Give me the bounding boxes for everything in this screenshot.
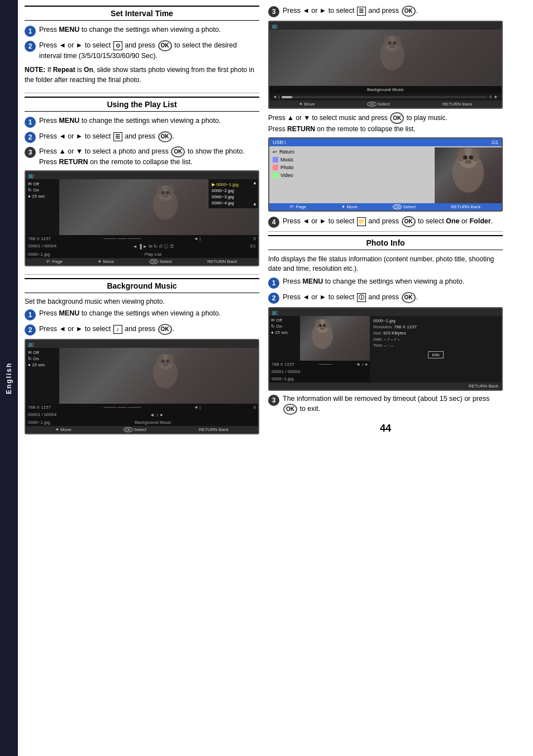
browser-preview xyxy=(435,147,502,203)
screen-photo-info: 📺 ✉ Off ↻ On ● 15 sec xyxy=(268,307,503,391)
bgm-step3-desc: Press ▲ or ▼ to select music and press O… xyxy=(268,112,503,134)
icon-ok-r3b: OK xyxy=(390,112,404,124)
bgm-progress-val: ◄ | xyxy=(194,405,201,410)
step-r4-num: 4 xyxy=(268,217,279,228)
info-on: ↻ On xyxy=(271,324,298,329)
r1-back: RETURN Back xyxy=(442,102,472,107)
set-interval-time-title: Set Interval Time xyxy=(25,6,259,21)
icon-folder: 📁 xyxy=(357,217,366,226)
info-progress-dots: ──── xyxy=(319,362,332,367)
status-off: ✉ Off xyxy=(28,181,57,186)
info-time-label: Time: xyxy=(373,343,384,347)
svg-point-17 xyxy=(394,35,401,46)
sidebar-label: English xyxy=(5,362,13,394)
screen-playlist-body: ✉ Off ↻ On ● 15 sec xyxy=(26,179,258,235)
svg-point-16 xyxy=(383,35,390,46)
photo-label: Photo xyxy=(280,165,294,170)
step-bgm-2: 2 Press ◄ or ► to select ♪ and press OK. xyxy=(25,324,259,336)
page-number: 44 xyxy=(268,423,503,434)
bgm-file-count: 00001 / 00004 xyxy=(28,412,56,418)
svg-point-4 xyxy=(161,191,165,194)
playlist-item-1: ▶ 0000~1.jpg xyxy=(212,181,255,188)
svg-point-9 xyxy=(156,353,163,365)
bgm-on: ↻ On xyxy=(28,356,57,361)
screen-playlist-bottombar: P: Page ✦ Move OK Select RETURN Back xyxy=(26,258,258,265)
playlist-item-4: 0000~4.jpg xyxy=(212,200,255,206)
screen-bgm-filename: 0000~1.jpg Background Music xyxy=(26,419,258,426)
photo-info-intro: Info displays the file status informatio… xyxy=(268,255,503,274)
info-time-row: Time: -- : -- xyxy=(373,343,498,348)
step-pl-num-1: 1 xyxy=(25,117,36,128)
bgm-off: ✉ Off xyxy=(28,350,57,355)
tv-logo-pi: 📺 xyxy=(272,309,278,315)
step-right-4: 4 Press ◄ or ► to select 📁 and press OK … xyxy=(268,216,503,228)
info-label-text: Info xyxy=(428,351,443,358)
svg-point-27 xyxy=(465,160,472,164)
info-date-label: Date: xyxy=(373,337,384,341)
step-r3-text: Press ◄ or ► to select ☰ and press OK. xyxy=(283,6,503,17)
screen-bgm-status: 788 X 1157 ──── ─── ──── ◄ | 0 xyxy=(26,404,258,411)
screen-pi-topbar: 📺 xyxy=(269,308,502,316)
bg-music-title: Background Music xyxy=(25,278,259,293)
info-ctrl: ◄ ♪ ● xyxy=(356,362,368,367)
progress-val: ◄ | xyxy=(194,236,201,241)
bgm-overlay-title: Background Music xyxy=(269,85,502,93)
bgm-file-info: 788 X 1157 xyxy=(28,405,51,410)
step-bgm-1: 1 Press MENU to change the settings when… xyxy=(25,309,259,320)
bgm-label: Background Music xyxy=(50,420,256,425)
progress-dots: ──── ─── ──── xyxy=(103,236,141,241)
info-off: ✉ Off xyxy=(271,318,298,323)
svg-point-6 xyxy=(163,194,168,198)
icon-list-r: ☰ xyxy=(357,7,366,16)
info-file-info: 788 X 1157 xyxy=(272,362,294,367)
usb-path: USB:\ xyxy=(273,140,286,145)
svg-point-24 xyxy=(471,147,479,162)
icon-ok-r4: OK xyxy=(402,216,416,227)
svg-point-25 xyxy=(463,155,468,160)
step-pl-3-text: Press ▲ or ▼ to select a photo and press… xyxy=(39,146,259,168)
move-label: ✦ Move xyxy=(98,259,114,264)
svg-point-3 xyxy=(168,185,174,196)
bgm-move: ✦ Move xyxy=(55,427,72,432)
info-status-row2: 00001 / 00004 xyxy=(269,368,370,375)
screen-playlist-status: 788 X 1157 ──── ─── ──── ◄ | 0 xyxy=(26,235,258,242)
step-pl-1-text: Press MENU to change the settings when v… xyxy=(39,116,259,126)
step-pl-2-text: Press ◄ or ► to select ☰ and press OK. xyxy=(39,131,259,142)
screen-right-bgm1: 📺 xyxy=(268,21,503,109)
info-label-box: Info xyxy=(373,352,498,357)
playlist-overlay: ▶ 0000~1.jpg 0000~2.jpg 0000~3.jpg 0000~… xyxy=(208,179,258,208)
step-num-1: 1 xyxy=(25,26,36,37)
svg-point-12 xyxy=(166,360,169,363)
screen-bgm-status2: 00001 / 00004 ◄ ♪ ● xyxy=(26,411,258,419)
play-list-title: Using the Play List xyxy=(25,97,259,112)
screen-r1-bottombar: ✦ Move OK Select RETURN Back xyxy=(269,101,502,108)
browser-back: RETURN Back xyxy=(451,204,480,209)
info-file-count: 00001 / 00004 xyxy=(272,369,300,374)
svg-point-30 xyxy=(315,319,320,328)
note-interval: NOTE: If Repeat is On, slide show starts… xyxy=(25,65,259,85)
step-bgm-num-1: 1 xyxy=(25,309,36,320)
photo-icon xyxy=(273,165,278,170)
svg-point-5 xyxy=(166,191,169,194)
playlist-item-3: 0000~3.jpg xyxy=(212,194,255,200)
left-column: Set Interval Time 1 Press MENU to change… xyxy=(25,6,259,442)
info-sec: ● 15 sec xyxy=(271,330,298,335)
bgm-back: RETURN Back xyxy=(199,427,229,432)
screen-r1-body xyxy=(269,30,502,85)
main-content: Set Interval Time 1 Press MENU to change… xyxy=(18,0,533,756)
screen-bgmusic: 📺 ✉ Off ↻ On ● 15 sec xyxy=(25,339,259,434)
step-pl-num-2: 2 xyxy=(25,132,36,143)
svg-point-20 xyxy=(389,45,395,48)
icon-ok-1: OK xyxy=(158,40,172,51)
step-interval-2-text: Press ◄ or ► to select ⊙ and press OK to… xyxy=(39,40,259,61)
step-pi-num-1: 1 xyxy=(268,277,279,289)
svg-point-31 xyxy=(324,319,330,328)
svg-point-32 xyxy=(319,324,322,327)
dog-photo-bgm xyxy=(59,348,258,404)
scroll-up: ▲ xyxy=(253,180,257,185)
progress-num: 0 xyxy=(254,236,256,241)
page-num: 1/1 xyxy=(250,243,256,250)
bgm-progress-track xyxy=(282,96,487,98)
bgm-progress: ──── ─── ──── xyxy=(103,405,141,410)
page-label: P: Page xyxy=(47,259,63,264)
